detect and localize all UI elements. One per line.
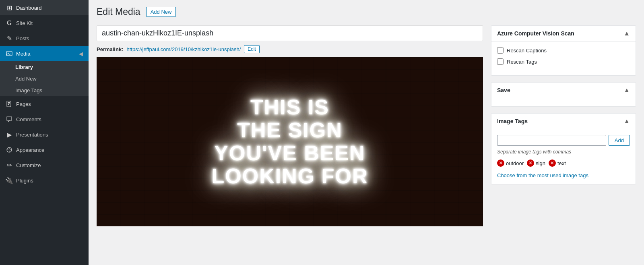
azure-panel-title: Azure Computer Vision Scan xyxy=(497,30,574,37)
dashboard-icon: ⊞ xyxy=(6,4,13,11)
rescan-captions-row: Rescan Captions xyxy=(497,47,630,54)
image-tags-panel: Image Tags ▲ Add Separate image tags wit… xyxy=(491,113,636,184)
sidebar-media-submenu: Library Add New Image Tags xyxy=(0,61,89,96)
rescan-captions-label[interactable]: Rescan Captions xyxy=(507,48,547,54)
save-panel-body xyxy=(491,98,636,106)
azure-chevron-icon[interactable]: ▲ xyxy=(623,30,630,37)
sidebar-item-customize[interactable]: ✏ Customize xyxy=(0,157,89,173)
svg-rect-5 xyxy=(8,104,9,105)
rescan-tags-checkbox[interactable] xyxy=(497,58,504,65)
tag-label: text xyxy=(557,160,566,166)
sidebar-item-label: Appearance xyxy=(16,147,44,153)
sidebar-item-dashboard[interactable]: ⊞ Dashboard xyxy=(0,0,89,15)
media-icon xyxy=(6,50,13,57)
sidebar-sub-item-imagetags[interactable]: Image Tags xyxy=(0,85,89,96)
sidebar-item-label: Site Kit xyxy=(16,20,33,26)
appearance-icon xyxy=(6,146,13,153)
azure-panel-body: Rescan Captions Rescan Tags xyxy=(491,41,636,75)
tag-label: outdoor xyxy=(506,160,524,166)
presentations-icon: ▶ xyxy=(6,131,13,138)
sidebar-item-label: Plugins xyxy=(16,178,33,184)
save-panel-title: Save xyxy=(497,87,510,93)
sidebar-item-plugins[interactable]: 🔌 Plugins xyxy=(0,173,89,188)
posts-icon: ✎ xyxy=(6,35,13,42)
sidebar-sub-item-library[interactable]: Library xyxy=(0,61,89,73)
sidebar-item-pages[interactable]: Pages xyxy=(0,96,89,112)
save-panel-header: Save ▲ xyxy=(491,83,636,98)
comments-icon xyxy=(6,116,13,123)
image-tags-chevron-icon[interactable]: ▲ xyxy=(623,118,630,125)
tag-input-row: Add xyxy=(497,135,630,146)
save-panel: Save ▲ xyxy=(491,82,636,107)
svg-rect-4 xyxy=(8,104,10,104)
sidebar-collapse-arrow: ◀ xyxy=(79,51,83,57)
neon-content: THIS ISTHE SIGNYOU'VE BEENLOOKING FOR xyxy=(196,88,384,196)
sidebar-item-label: Media xyxy=(16,51,30,57)
sidebar-item-sitekit[interactable]: G Site Kit xyxy=(0,15,89,31)
permalink-row: Permalink: https://jeffpaul.com/2019/10/… xyxy=(97,45,483,53)
sidebar-item-label: Pages xyxy=(16,101,31,107)
image-tags-panel-header: Image Tags ▲ xyxy=(491,114,636,129)
pages-icon xyxy=(6,100,13,108)
svg-rect-3 xyxy=(8,102,10,103)
sidebar-item-label: Comments xyxy=(16,116,41,122)
tag-item: ✕outdoor xyxy=(497,159,524,167)
save-chevron-icon[interactable]: ▲ xyxy=(623,87,630,94)
permalink-label: Permalink: xyxy=(97,46,123,52)
tag-input[interactable] xyxy=(497,135,606,146)
add-new-button[interactable]: Add New xyxy=(146,7,176,17)
tag-label: sign xyxy=(536,160,545,166)
tag-remove-button[interactable]: ✕ xyxy=(527,159,534,167)
permalink-edit-button[interactable]: Edit xyxy=(244,45,260,53)
plugins-icon: 🔌 xyxy=(6,177,13,184)
main-content: Edit Media Add New Permalink: https://je… xyxy=(89,0,644,265)
customize-icon: ✏ xyxy=(6,161,13,169)
svg-rect-2 xyxy=(7,101,11,107)
choose-tags-link[interactable]: Choose from the most used image tags xyxy=(497,172,588,178)
page-title: Edit Media xyxy=(97,6,140,17)
media-image: THIS ISTHE SIGNYOU'VE BEENLOOKING FOR xyxy=(97,57,483,226)
add-tag-button[interactable]: Add xyxy=(609,135,630,146)
sidebar-item-posts[interactable]: ✎ Posts xyxy=(0,31,89,46)
edit-area: Permalink: https://jeffpaul.com/2019/10/… xyxy=(97,25,483,257)
azure-panel-header: Azure Computer Vision Scan ▲ xyxy=(491,26,636,41)
tag-remove-button[interactable]: ✕ xyxy=(497,159,504,167)
rescan-tags-row: Rescan Tags xyxy=(497,58,630,65)
tag-item: ✕text xyxy=(549,159,566,167)
sidebar-item-label: Posts xyxy=(16,35,29,41)
rescan-tags-label[interactable]: Rescan Tags xyxy=(507,59,537,65)
right-sidebar: Azure Computer Vision Scan ▲ Rescan Capt… xyxy=(491,25,636,257)
image-tags-panel-body: Add Separate image tags with commas ✕out… xyxy=(491,129,636,184)
page-header: Edit Media Add New xyxy=(89,0,644,17)
tag-remove-button[interactable]: ✕ xyxy=(549,159,556,167)
sidebar-item-label: Customize xyxy=(16,162,41,168)
tag-hint: Separate image tags with commas xyxy=(497,149,630,155)
sidebar: ⊞ Dashboard G Site Kit ✎ Posts Media ◀ L… xyxy=(0,0,89,265)
image-tags-panel-title: Image Tags xyxy=(497,118,528,124)
media-title-input[interactable] xyxy=(97,25,483,41)
sidebar-item-media[interactable]: Media ◀ xyxy=(0,46,89,61)
neon-sign-text: THIS ISTHE SIGNYOU'VE BEENLOOKING FOR xyxy=(212,96,368,188)
sidebar-item-comments[interactable]: Comments xyxy=(0,112,89,127)
tag-item: ✕sign xyxy=(527,159,545,167)
sidebar-sub-item-addnew[interactable]: Add New xyxy=(0,73,89,85)
sidebar-item-label: Presentations xyxy=(16,132,48,138)
sitekit-icon: G xyxy=(6,19,13,27)
azure-panel: Azure Computer Vision Scan ▲ Rescan Capt… xyxy=(491,25,636,76)
rescan-captions-checkbox[interactable] xyxy=(497,47,504,54)
sidebar-item-appearance[interactable]: Appearance xyxy=(0,142,89,157)
content-area: Permalink: https://jeffpaul.com/2019/10/… xyxy=(89,17,644,265)
tags-row: ✕outdoor✕sign✕text xyxy=(497,159,630,167)
permalink-link[interactable]: https://jeffpaul.com/2019/10/kzhlkoz1ie-… xyxy=(126,46,241,52)
sidebar-item-presentations[interactable]: ▶ Presentations xyxy=(0,127,89,142)
sidebar-item-label: Dashboard xyxy=(16,5,42,11)
